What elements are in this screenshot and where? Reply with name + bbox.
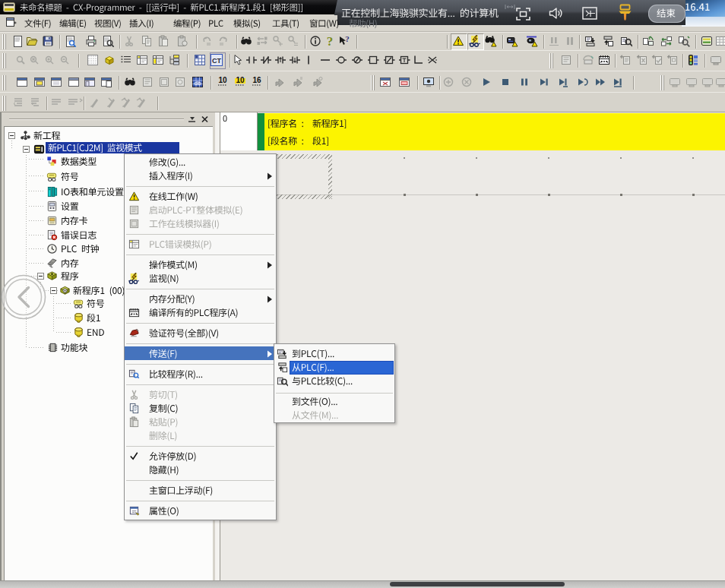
svg-text:10: 10 xyxy=(236,76,245,84)
svg-text:?: ? xyxy=(327,35,334,47)
svg-text:db: db xyxy=(195,80,201,87)
svg-text:16: 16 xyxy=(252,76,261,84)
svg-text:10: 10 xyxy=(218,76,227,84)
svg-text:?: ? xyxy=(345,35,350,43)
